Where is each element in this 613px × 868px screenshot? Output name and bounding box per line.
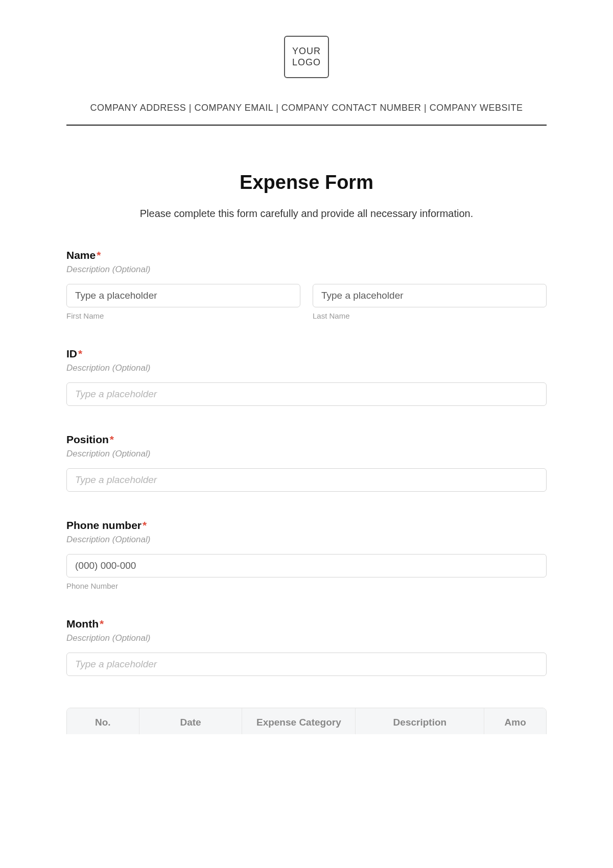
id-description: Description (Optional) bbox=[66, 363, 547, 373]
required-marker: * bbox=[110, 433, 114, 445]
phone-sublabel: Phone Number bbox=[66, 582, 547, 590]
phone-input[interactable] bbox=[66, 554, 547, 577]
name-description: Description (Optional) bbox=[66, 264, 547, 275]
col-header-amount: Amo bbox=[484, 708, 546, 734]
col-header-no: No. bbox=[67, 708, 139, 734]
first-name-input[interactable] bbox=[66, 284, 300, 307]
field-name: Name* Description (Optional) First Name … bbox=[66, 249, 547, 320]
phone-description: Description (Optional) bbox=[66, 535, 547, 545]
col-header-date: Date bbox=[139, 708, 242, 734]
required-marker: * bbox=[100, 618, 104, 630]
expense-table: No. Date Expense Category Description Am… bbox=[67, 708, 546, 734]
logo-placeholder: YOUR LOGO bbox=[284, 36, 329, 78]
company-contact: COMPANY CONTACT NUMBER bbox=[281, 103, 421, 113]
first-name-sublabel: First Name bbox=[66, 311, 300, 320]
company-email: COMPANY EMAIL bbox=[194, 103, 273, 113]
col-header-description: Description bbox=[356, 708, 484, 734]
company-info-line: COMPANY ADDRESS | COMPANY EMAIL | COMPAN… bbox=[66, 103, 547, 113]
expense-table-container: No. Date Expense Category Description Am… bbox=[66, 704, 547, 734]
company-address: COMPANY ADDRESS bbox=[90, 103, 186, 113]
required-marker: * bbox=[143, 519, 147, 531]
field-position: Position* Description (Optional) bbox=[66, 433, 547, 492]
required-marker: * bbox=[97, 249, 101, 261]
phone-label: Phone number* bbox=[66, 519, 547, 532]
logo-text-line1: YOUR bbox=[292, 46, 321, 57]
position-description: Description (Optional) bbox=[66, 449, 547, 459]
month-label: Month* bbox=[66, 618, 547, 630]
logo-text-line2: LOGO bbox=[292, 57, 321, 68]
position-input[interactable] bbox=[66, 468, 547, 492]
company-website: COMPANY WEBSITE bbox=[430, 103, 523, 113]
id-input[interactable] bbox=[66, 382, 547, 406]
month-description: Description (Optional) bbox=[66, 633, 547, 643]
last-name-sublabel: Last Name bbox=[313, 311, 547, 320]
field-phone: Phone number* Description (Optional) Pho… bbox=[66, 519, 547, 590]
required-marker: * bbox=[78, 348, 82, 359]
name-label: Name* bbox=[66, 249, 547, 261]
field-month: Month* Description (Optional) bbox=[66, 618, 547, 676]
page-subtitle: Please complete this form carefully and … bbox=[66, 208, 547, 220]
field-id: ID* Description (Optional) bbox=[66, 348, 547, 406]
logo-container: YOUR LOGO bbox=[66, 36, 547, 78]
table-header-row: No. Date Expense Category Description Am… bbox=[67, 708, 546, 734]
last-name-input[interactable] bbox=[313, 284, 547, 307]
position-label: Position* bbox=[66, 433, 547, 446]
col-header-category: Expense Category bbox=[242, 708, 356, 734]
page-title: Expense Form bbox=[66, 172, 547, 194]
month-input[interactable] bbox=[66, 653, 547, 676]
header-divider bbox=[66, 125, 547, 126]
id-label: ID* bbox=[66, 348, 547, 360]
